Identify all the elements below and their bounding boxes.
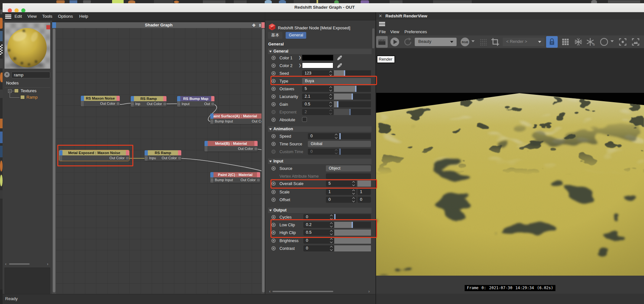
keyframe-circle-icon[interactable]: [271, 102, 276, 106]
menu-view[interactable]: View: [27, 12, 37, 21]
lock-render-button[interactable]: [546, 36, 558, 48]
graph-canvas[interactable]: RS Maxon Noise Out Color RS Ramp Inp Out…: [56, 28, 261, 294]
channel-dropdown-arrow[interactable]: [471, 40, 475, 42]
menu-help[interactable]: Help: [79, 12, 88, 21]
snapshot-dropdown[interactable]: < Render >: [503, 38, 545, 46]
port-out-color[interactable]: [178, 157, 181, 160]
spinner-icon[interactable]: [329, 93, 333, 100]
keyframe-circle-icon[interactable]: [271, 87, 276, 91]
menu-view[interactable]: View: [390, 28, 399, 35]
menu-edit[interactable]: Edit: [14, 12, 22, 21]
expand-chevron-icon[interactable]: ❯: [298, 63, 301, 67]
spinner-icon[interactable]: [330, 230, 334, 236]
expand-chevron-icon[interactable]: ❯: [298, 55, 301, 60]
tree-item-ramp[interactable]: Ramp: [26, 95, 38, 100]
node-paint-2-c[interactable]: Paint 2(C) : Material Bump Input Out Col…: [210, 172, 260, 183]
high-clip-slider[interactable]: [334, 230, 371, 236]
offset-y-input[interactable]: 0: [357, 197, 371, 203]
low-clip-slider[interactable]: [334, 222, 371, 228]
restart-render-button[interactable]: [402, 36, 414, 48]
brightness-slider[interactable]: [334, 238, 371, 244]
port-out-color[interactable]: [126, 157, 129, 160]
menu-hamburger-icon[interactable]: [379, 22, 385, 26]
freeze-button[interactable]: [573, 36, 584, 48]
material-preview[interactable]: [5, 23, 50, 69]
keyframe-circle-icon[interactable]: [271, 190, 276, 194]
graph-left-vscrollbar[interactable]: [52, 28, 56, 294]
port-input[interactable]: [145, 157, 148, 160]
spinner-icon[interactable]: [330, 222, 334, 228]
vertex-attribute-name-input[interactable]: [326, 173, 371, 179]
vscrollbar-thumb[interactable]: [53, 29, 55, 292]
port-out-color[interactable]: [254, 147, 257, 150]
keyframe-circle-icon[interactable]: [271, 56, 276, 60]
render-button[interactable]: [376, 36, 388, 48]
keyframe-circle-icon[interactable]: [271, 239, 276, 243]
port-out-color[interactable]: [163, 103, 166, 105]
port-bump-input[interactable]: [211, 179, 213, 181]
spinner-icon[interactable]: [335, 133, 338, 139]
tree-item-textures[interactable]: Textures: [21, 88, 36, 93]
port-out-color[interactable]: [117, 102, 119, 105]
keyframe-circle-icon[interactable]: [271, 142, 276, 146]
port-out-color[interactable]: [257, 179, 260, 181]
group-output[interactable]: Output: [268, 208, 372, 213]
keyframe-circle-icon[interactable]: [271, 230, 276, 235]
textures-swatch-icon[interactable]: [14, 89, 19, 93]
attributes-vscrollbar-thumb[interactable]: [372, 28, 374, 48]
keyframe-circle-icon[interactable]: [271, 79, 276, 83]
show-alpha-button[interactable]: [477, 36, 489, 48]
scroll-left-icon[interactable]: ‹: [5, 262, 6, 266]
menu-hamburger-icon[interactable]: [5, 15, 11, 19]
spinner-icon[interactable]: [329, 101, 333, 107]
node-metal-exposed[interactable]: Metal Exposed : Maxon Noise Out Color: [59, 150, 129, 161]
node-paint-surface-a[interactable]: Paint Surface(A) : Material Bump Input O…: [210, 113, 261, 124]
contrast-slider[interactable]: [334, 245, 371, 251]
left-panel-hscrollbar[interactable]: ‹ ›: [3, 262, 52, 266]
keyframe-circle-icon[interactable]: [271, 94, 276, 99]
color1-swatch[interactable]: [302, 55, 333, 61]
overall-scale-slider[interactable]: [357, 181, 371, 187]
keyframe-circle-icon[interactable]: [271, 64, 276, 68]
fit-image-button[interactable]: [630, 36, 641, 48]
keyframe-circle-icon[interactable]: [271, 198, 276, 202]
spinner-icon[interactable]: [352, 181, 356, 187]
channel-button[interactable]: RGB: [459, 36, 471, 48]
node-rs-ramp-2[interactable]: RS Ramp Inpu Out Color: [145, 150, 181, 161]
vscrollbar-thumb[interactable]: [262, 29, 265, 292]
group-animation[interactable]: Animation: [268, 126, 372, 132]
attributes-hscrollbar[interactable]: ‹ ›: [265, 289, 375, 294]
node-rs-ramp-1[interactable]: RS Ramp Inp Out Color: [131, 96, 166, 107]
scroll-right-icon[interactable]: ›: [47, 262, 48, 266]
circle-dropdown-arrow[interactable]: [611, 40, 614, 42]
keyframe-circle-icon[interactable]: [271, 246, 276, 250]
node-rs-maxon-noise[interactable]: RS Maxon Noise Out Color: [81, 96, 120, 106]
snapshot-grid-button[interactable]: [560, 36, 571, 48]
lacunarity-slider[interactable]: [334, 93, 371, 100]
port-bump-input[interactable]: [211, 120, 213, 123]
tab-general[interactable]: General: [286, 32, 306, 39]
window-titlebar[interactable]: Redshift Shader Graph - OUT: [3, 3, 644, 12]
port-input[interactable]: [177, 103, 180, 105]
color2-swatch[interactable]: [302, 63, 333, 68]
freeze-global-button[interactable]: G: [585, 36, 596, 48]
keyframe-circle-icon[interactable]: [271, 118, 276, 122]
spinner-icon[interactable]: [352, 197, 356, 203]
renderview-tab-title[interactable]: Redshift RenderView: [385, 14, 427, 18]
crop-button[interactable]: [489, 36, 501, 48]
node-rs-bump-map[interactable]: RS Bump Map Input Out: [177, 96, 214, 107]
close-tab-icon[interactable]: ✕: [379, 14, 382, 18]
menu-options[interactable]: Options: [58, 12, 73, 21]
menu-preferences[interactable]: Preferences: [404, 28, 427, 35]
octaves-slider[interactable]: [334, 86, 371, 92]
keyframe-circle-icon[interactable]: [271, 71, 276, 75]
tab-basic[interactable]: 基本: [268, 32, 282, 39]
keyframe-circle-icon[interactable]: [271, 134, 276, 138]
group-general[interactable]: General: [268, 49, 372, 54]
port-input[interactable]: [131, 103, 134, 105]
eyedropper-icon[interactable]: [337, 55, 343, 61]
keyframe-circle-icon[interactable]: [271, 223, 276, 227]
spinner-icon[interactable]: [330, 238, 334, 244]
time-source-dropdown[interactable]: Global: [308, 141, 371, 147]
scale-y-input[interactable]: 1: [357, 189, 371, 195]
